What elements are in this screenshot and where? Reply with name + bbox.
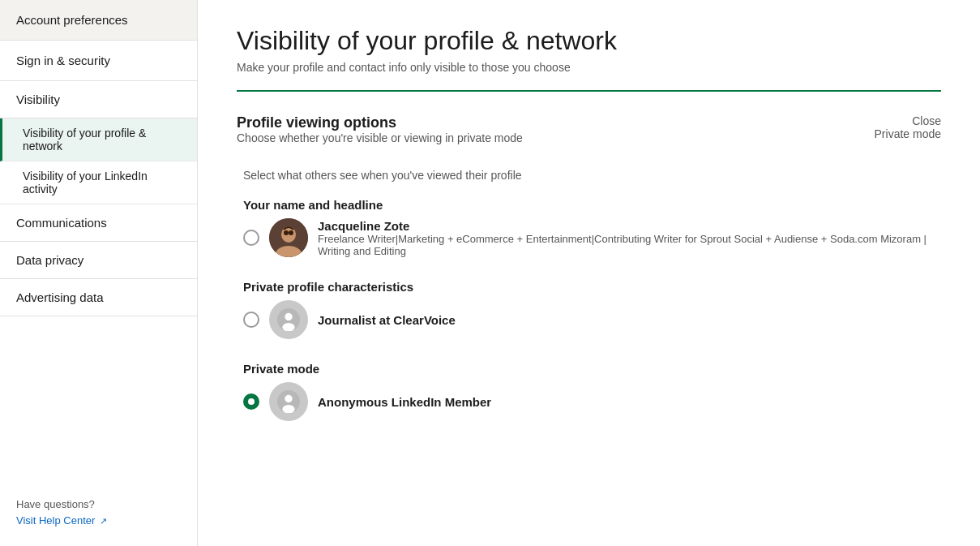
sidebar-item-account-preferences[interactable]: Account preferences: [0, 0, 197, 41]
avatar-placeholder-1: [269, 300, 308, 339]
svg-point-9: [285, 395, 292, 402]
option-name-private-characteristics: Journalist at ClearVoice: [318, 313, 456, 327]
section-description: Choose whether you're visible or viewing…: [237, 131, 523, 144]
sidebar-item-advertising-data[interactable]: Advertising data: [0, 279, 197, 316]
sidebar-item-label: Sign in & security: [16, 54, 110, 67]
page-subtitle: Make your profile and contact info only …: [237, 61, 941, 74]
option-section-title-2: Private profile characteristics: [243, 280, 941, 294]
avatar-placeholder-icon: [277, 308, 300, 331]
main-content: Visibility of your profile & network Mak…: [198, 0, 980, 546]
option-info-name: Jacqueline Zote Freelance Writer|Marketi…: [318, 219, 941, 257]
sidebar-item-communications[interactable]: Communications: [0, 204, 197, 242]
option-description-label: Freelance Writer|Marketing + eCommerce +…: [318, 233, 941, 257]
radio-option-name[interactable]: Jacqueline Zote Freelance Writer|Marketi…: [243, 218, 941, 257]
section-header: Profile viewing options Choose whether y…: [237, 114, 941, 164]
section-status: Close Private mode: [875, 114, 941, 140]
avatar-jacqueline: [269, 218, 308, 257]
sidebar-item-data-privacy[interactable]: Data privacy: [0, 242, 197, 279]
option-name-private-mode: Anonymous LinkedIn Member: [318, 395, 491, 409]
radio-option-private-characteristics[interactable]: Journalist at ClearVoice: [243, 300, 941, 339]
radio-input-private-characteristics[interactable]: [243, 312, 259, 328]
sidebar-footer: Have questions? Visit Help Center ↗: [0, 482, 197, 527]
sidebar-item-visibility[interactable]: Visibility: [0, 81, 197, 118]
svg-point-6: [285, 313, 292, 320]
sidebar-item-sign-in-security[interactable]: Sign in & security: [0, 41, 197, 81]
external-link-icon: ↗: [100, 516, 107, 526]
visit-help-center-link[interactable]: Visit Help Center ↗: [16, 514, 107, 527]
option-section-title-1: Your name and headline: [243, 198, 941, 212]
section-divider: [237, 90, 941, 92]
sidebar-item-label: Account preferences: [16, 13, 128, 27]
section-status-value: Private mode: [875, 127, 941, 140]
radio-input-private-mode[interactable]: [243, 393, 259, 410]
option-info-private-mode: Anonymous LinkedIn Member: [318, 395, 491, 409]
section-status-label: Close: [875, 114, 941, 127]
sidebar-footer-question: Have questions?: [16, 498, 181, 510]
option-section-title-3: Private mode: [243, 362, 941, 376]
sidebar-item-label: Data privacy: [16, 253, 83, 267]
option-info-private-characteristics: Journalist at ClearVoice: [318, 313, 456, 327]
avatar-image: [269, 218, 308, 257]
svg-point-4: [289, 230, 293, 235]
sidebar-item-label: Communications: [16, 216, 107, 230]
avatar-placeholder-2: [269, 382, 308, 421]
sidebar-item-label: Advertising data: [16, 290, 104, 304]
svg-point-3: [284, 230, 289, 235]
option-name-label: Jacqueline Zote: [318, 219, 941, 233]
avatar-anonymous-icon: [277, 390, 300, 413]
sidebar-item-visibility-profile-network[interactable]: Visibility of your profile & network: [0, 118, 197, 161]
sidebar-item-label: Visibility of your profile & network: [23, 127, 146, 153]
sidebar: Account preferences Sign in & security V…: [0, 0, 198, 546]
radio-input-name[interactable]: [243, 230, 259, 246]
visit-help-center-label: Visit Help Center: [16, 514, 95, 527]
page-title: Visibility of your profile & network: [237, 26, 941, 56]
sidebar-item-label: Visibility: [16, 92, 60, 106]
section-title: Profile viewing options: [237, 114, 523, 131]
radio-option-private-mode[interactable]: Anonymous LinkedIn Member: [243, 382, 941, 421]
select-instruction: Select what others see when you've viewe…: [243, 169, 941, 182]
sidebar-item-label: Visibility of your LinkedIn activity: [23, 170, 148, 196]
section-title-group: Profile viewing options Choose whether y…: [237, 114, 523, 164]
sidebar-item-visibility-linkedin-activity[interactable]: Visibility of your LinkedIn activity: [0, 161, 197, 204]
